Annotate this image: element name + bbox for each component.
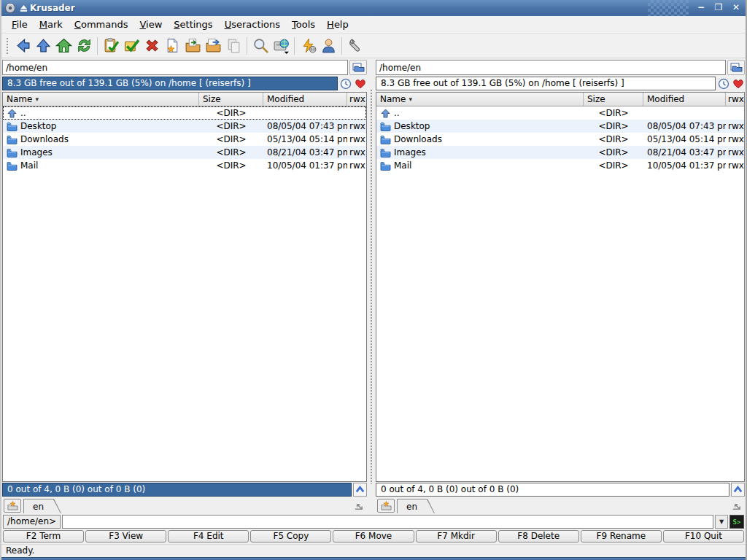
- f4-edit-button[interactable]: F4 Edit: [168, 530, 249, 542]
- menu-mark[interactable]: Mark: [34, 17, 69, 32]
- left-new-tab-button[interactable]: [4, 499, 21, 513]
- command-history-dropdown[interactable]: ▼: [715, 515, 728, 529]
- close-button[interactable]: ✕: [729, 2, 743, 14]
- up-dir-icon: [7, 109, 18, 118]
- left-header-size[interactable]: Size: [199, 93, 263, 106]
- table-row[interactable]: Images <DIR> 08/21/04 03:47 pm rwx: [376, 146, 744, 159]
- select-check-icon: [123, 37, 140, 54]
- left-open-dir-button[interactable]: [349, 60, 367, 75]
- right-history-button[interactable]: [717, 77, 730, 90]
- left-header-modified[interactable]: Modified: [263, 93, 347, 106]
- konfigurator-button[interactable]: [345, 36, 365, 56]
- mount-manager-icon: [273, 37, 290, 54]
- left-header-rwx[interactable]: rwx: [347, 93, 366, 106]
- list-empty-space[interactable]: [376, 172, 744, 481]
- file-name: Desktop: [20, 121, 57, 131]
- file-rwx: rwx: [726, 134, 744, 144]
- menu-file[interactable]: File: [6, 17, 34, 32]
- file-rwx: rwx: [347, 134, 366, 144]
- toolbar-drag-handle[interactable]: [6, 37, 9, 55]
- table-row[interactable]: Desktop <DIR> 08/05/04 07:43 pm rwx: [376, 120, 744, 133]
- menu-help[interactable]: Help: [321, 17, 355, 32]
- search-button[interactable]: [250, 36, 271, 56]
- back-icon: [15, 37, 31, 54]
- f6-move-button[interactable]: F6 Move: [333, 530, 414, 542]
- left-totals-expand-button[interactable]: [353, 483, 367, 497]
- right-media-info-bar[interactable]: 8.3 GB free out of 139.1 GB (5%) on /hom…: [376, 77, 716, 90]
- paste-check-icon: [103, 37, 120, 54]
- table-row-updir[interactable]: .. <DIR>: [376, 106, 744, 120]
- file-size: <DIR>: [199, 160, 263, 171]
- table-row[interactable]: Desktop <DIR> 08/05/04 07:43 pm rwx: [3, 120, 366, 133]
- menu-commands[interactable]: Commands: [69, 17, 134, 32]
- select-group-button[interactable]: [121, 36, 142, 56]
- f9-rename-button[interactable]: F9 Rename: [581, 530, 662, 542]
- table-row[interactable]: Downloads <DIR> 05/13/04 05:14 pm rwx: [376, 133, 744, 146]
- command-line-input[interactable]: [62, 515, 713, 529]
- table-row[interactable]: Images <DIR> 08/21/04 03:47 pm rwx: [3, 146, 366, 159]
- right-path-input[interactable]: [376, 60, 726, 75]
- list-empty-space[interactable]: [3, 172, 366, 481]
- paste-button[interactable]: [101, 36, 121, 56]
- duplicate-icon: [225, 37, 242, 54]
- menu-settings[interactable]: Settings: [168, 17, 218, 32]
- up-button[interactable]: [33, 36, 53, 56]
- table-row[interactable]: Mail <DIR> 10/05/04 01:37 pm rwx: [3, 159, 366, 172]
- file-size: <DIR>: [199, 108, 263, 118]
- useractions-button[interactable]: [298, 36, 318, 56]
- menu-bar: File Mark Commands View Settings Useract…: [1, 16, 746, 34]
- title-bar[interactable]: Krusader − ❐ ✕: [1, 0, 746, 16]
- terminal-emulator-button[interactable]: S>: [729, 515, 744, 529]
- table-row-updir[interactable]: .. <DIR>: [3, 106, 366, 120]
- lock-tab-icon: [731, 500, 742, 511]
- f3-view-button[interactable]: F3 View: [85, 530, 166, 542]
- left-header-name[interactable]: Name▾: [3, 93, 199, 106]
- f2-term-button[interactable]: F2 Term: [3, 530, 84, 542]
- refresh-icon: [76, 37, 93, 54]
- home-button[interactable]: [53, 36, 74, 56]
- f5-copy-button[interactable]: F5 Copy: [250, 530, 331, 542]
- left-path-input[interactable]: [2, 60, 348, 75]
- right-header-size[interactable]: Size: [584, 93, 643, 106]
- user-profile-button[interactable]: [318, 36, 338, 56]
- minimize-button[interactable]: −: [694, 2, 708, 14]
- file-size: <DIR>: [199, 134, 263, 144]
- left-history-button[interactable]: [339, 77, 352, 90]
- user-profile-icon: [320, 37, 337, 54]
- right-open-dir-button[interactable]: [727, 60, 745, 75]
- back-button[interactable]: [12, 36, 33, 56]
- right-header-name[interactable]: Name▾: [376, 93, 584, 106]
- file-modified: 10/05/04 01:37 pm: [643, 160, 726, 171]
- restore-button[interactable]: ❐: [712, 2, 725, 14]
- right-bookmarks-button[interactable]: [732, 77, 745, 90]
- right-header-rwx[interactable]: rwx: [726, 93, 744, 106]
- refresh-button[interactable]: [74, 36, 94, 56]
- copy-button[interactable]: [182, 36, 203, 56]
- move-button[interactable]: [203, 36, 223, 56]
- right-tab-en[interactable]: en: [397, 499, 435, 513]
- up-dir-icon: [380, 109, 391, 118]
- right-header-modified[interactable]: Modified: [643, 93, 726, 106]
- history-clock-icon: [340, 78, 352, 90]
- table-row[interactable]: Mail <DIR> 10/05/04 01:37 pm rwx: [376, 159, 744, 172]
- f10-quit-button[interactable]: F10 Quit: [663, 530, 744, 542]
- right-totals-expand-button[interactable]: [731, 483, 745, 497]
- left-media-info-bar[interactable]: 8.3 GB free out of 139.1 GB (5%) on /hom…: [2, 77, 338, 90]
- right-new-tab-button[interactable]: [377, 499, 395, 513]
- file-name: Downloads: [20, 134, 69, 144]
- new-file-button[interactable]: [162, 36, 182, 56]
- mount-manager-button[interactable]: [271, 36, 291, 56]
- history-clock-icon: [718, 78, 729, 90]
- f8-delete-button[interactable]: F8 Delete: [498, 530, 579, 542]
- left-tab-en[interactable]: en: [23, 499, 61, 513]
- menu-useractions[interactable]: Useractions: [219, 17, 286, 32]
- left-bookmarks-button[interactable]: [354, 77, 367, 90]
- table-row[interactable]: Downloads <DIR> 05/13/04 05:14 pm rwx: [3, 133, 366, 146]
- panel-splitter[interactable]: [367, 60, 376, 513]
- right-tab-bar: en: [376, 497, 745, 513]
- menu-view[interactable]: View: [133, 17, 168, 32]
- delete-button[interactable]: [142, 36, 162, 56]
- f7-mkdir-button[interactable]: F7 Mkdir: [416, 530, 497, 542]
- app-menu-icon[interactable]: [4, 2, 16, 14]
- menu-tools[interactable]: Tools: [286, 17, 321, 32]
